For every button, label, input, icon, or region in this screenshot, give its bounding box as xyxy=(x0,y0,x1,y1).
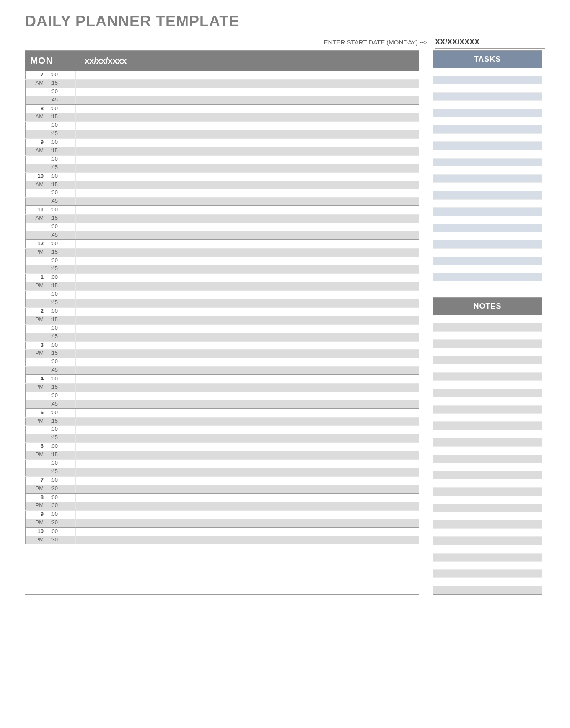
time-row[interactable]: :45 xyxy=(25,130,419,138)
schedule-cell[interactable] xyxy=(75,443,419,451)
schedule-cell[interactable] xyxy=(75,494,419,502)
time-row[interactable]: PM:15 xyxy=(25,282,419,290)
note-row[interactable] xyxy=(433,545,542,553)
time-row[interactable]: 10:00 xyxy=(25,528,419,536)
task-row[interactable] xyxy=(433,216,542,224)
note-row[interactable] xyxy=(433,512,542,520)
schedule-cell[interactable] xyxy=(75,139,419,147)
time-row[interactable]: :45 xyxy=(25,231,419,239)
task-row[interactable] xyxy=(433,174,542,183)
schedule-cell[interactable] xyxy=(75,105,419,113)
note-row[interactable] xyxy=(433,569,542,578)
schedule-cell[interactable] xyxy=(75,418,419,426)
schedule-cell[interactable] xyxy=(75,468,419,476)
time-row[interactable]: :30 xyxy=(25,88,419,96)
task-row[interactable] xyxy=(433,141,542,150)
note-row[interactable] xyxy=(433,455,542,463)
time-row[interactable]: :45 xyxy=(25,468,419,476)
note-row[interactable] xyxy=(433,372,542,381)
task-row[interactable] xyxy=(433,76,542,84)
time-row[interactable]: 10:00 xyxy=(25,172,419,181)
time-row[interactable]: 2:00 xyxy=(25,307,419,316)
time-row[interactable]: 8:00 xyxy=(25,494,419,502)
schedule-cell[interactable] xyxy=(75,426,419,434)
note-row[interactable] xyxy=(433,487,542,496)
time-row[interactable]: :45 xyxy=(25,333,419,341)
task-row[interactable] xyxy=(433,191,542,199)
task-row[interactable] xyxy=(433,199,542,208)
time-row[interactable]: 8:00 xyxy=(25,105,419,113)
time-row[interactable]: 12:00 xyxy=(25,240,419,248)
time-row[interactable]: :45 xyxy=(25,164,419,172)
schedule-cell[interactable] xyxy=(75,291,419,299)
task-row[interactable] xyxy=(433,232,542,240)
time-row[interactable]: :45 xyxy=(25,265,419,273)
schedule-cell[interactable] xyxy=(75,451,419,459)
time-row[interactable]: :30 xyxy=(25,290,419,299)
note-row[interactable] xyxy=(433,331,542,340)
schedule-cell[interactable] xyxy=(75,502,419,510)
time-row[interactable]: :45 xyxy=(25,400,419,408)
time-row[interactable]: :30 xyxy=(25,189,419,197)
time-row[interactable]: 7:00 xyxy=(25,71,419,79)
schedule-cell[interactable] xyxy=(75,181,419,189)
time-row[interactable]: :30 xyxy=(25,257,419,265)
note-row[interactable] xyxy=(433,356,542,364)
schedule-cell[interactable] xyxy=(75,350,419,358)
schedule-cell[interactable] xyxy=(75,164,419,172)
time-row[interactable]: PM:15 xyxy=(25,248,419,257)
note-row[interactable] xyxy=(433,586,542,594)
schedule-cell[interactable] xyxy=(75,342,419,350)
note-row[interactable] xyxy=(433,561,542,569)
schedule-cell[interactable] xyxy=(75,392,419,400)
task-row[interactable] xyxy=(433,84,542,92)
task-row[interactable] xyxy=(433,224,542,232)
note-row[interactable] xyxy=(433,348,542,356)
task-row[interactable] xyxy=(433,125,542,133)
note-row[interactable] xyxy=(433,421,542,430)
schedule-cell[interactable] xyxy=(75,96,419,104)
time-row[interactable]: :45 xyxy=(25,96,419,104)
time-row[interactable]: :30 xyxy=(25,155,419,164)
time-row[interactable]: 6:00 xyxy=(25,442,419,451)
schedule-cell[interactable] xyxy=(75,485,419,493)
note-row[interactable] xyxy=(433,323,542,331)
schedule-cell[interactable] xyxy=(75,400,419,408)
schedule-cell[interactable] xyxy=(75,71,419,79)
task-row[interactable] xyxy=(433,133,542,142)
schedule-cell[interactable] xyxy=(75,113,419,121)
note-row[interactable] xyxy=(433,463,542,471)
time-row[interactable]: :30 xyxy=(25,425,419,434)
time-row[interactable]: 1:00 xyxy=(25,273,419,282)
schedule-cell[interactable] xyxy=(75,223,419,231)
note-row[interactable] xyxy=(433,553,542,562)
time-row[interactable]: :45 xyxy=(25,197,419,205)
note-row[interactable] xyxy=(433,438,542,446)
schedule-cell[interactable] xyxy=(75,511,419,519)
schedule-cell[interactable] xyxy=(75,358,419,366)
start-date-value[interactable]: XX/XX/XXXX xyxy=(435,38,545,49)
schedule-cell[interactable] xyxy=(75,257,419,265)
task-row[interactable] xyxy=(433,68,542,76)
schedule-cell[interactable] xyxy=(75,434,419,442)
task-row[interactable] xyxy=(433,257,542,265)
schedule-cell[interactable] xyxy=(75,249,419,257)
note-row[interactable] xyxy=(433,380,542,389)
time-row[interactable]: PM:30 xyxy=(25,536,419,544)
task-row[interactable] xyxy=(433,92,542,101)
time-row[interactable]: PM:30 xyxy=(25,502,419,510)
schedule-cell[interactable] xyxy=(75,231,419,239)
schedule-cell[interactable] xyxy=(75,215,419,223)
task-row[interactable] xyxy=(433,240,542,248)
time-row[interactable]: 4:00 xyxy=(25,375,419,383)
schedule-cell[interactable] xyxy=(75,173,419,181)
note-row[interactable] xyxy=(433,496,542,504)
task-row[interactable] xyxy=(433,166,542,174)
schedule-cell[interactable] xyxy=(75,265,419,273)
note-row[interactable] xyxy=(433,315,542,323)
time-row[interactable]: 9:00 xyxy=(25,510,419,519)
note-row[interactable] xyxy=(433,536,542,545)
time-row[interactable]: 5:00 xyxy=(25,409,419,417)
schedule-cell[interactable] xyxy=(75,367,419,374)
task-row[interactable] xyxy=(433,109,542,117)
